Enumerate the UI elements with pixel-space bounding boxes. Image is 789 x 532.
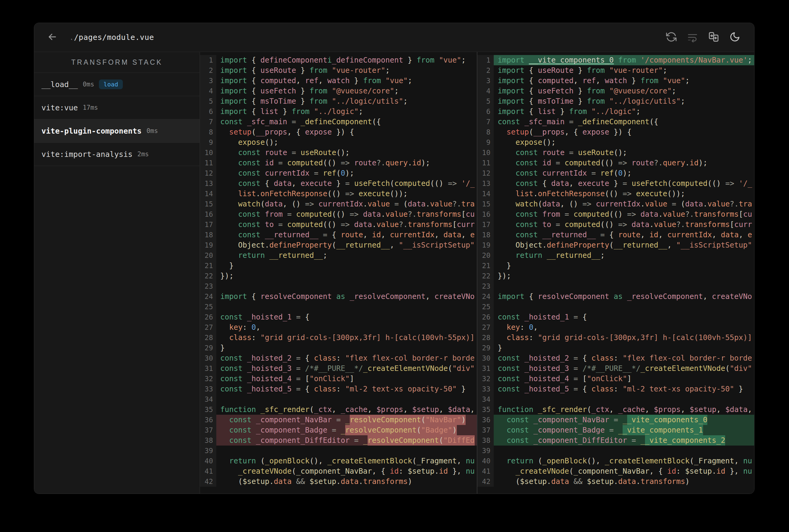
code-text: import { useRoute } from "vue-router"; <box>216 65 477 76</box>
line-number: 11 <box>477 158 494 168</box>
code-line: 31const _hoisted_3 = /*#__PURE__*/_creat… <box>477 363 754 374</box>
code-text: }); <box>494 271 754 281</box>
theme-toggle-button[interactable] <box>728 31 741 44</box>
code-text: const to = computed(() => data.value?.tr… <box>494 220 754 230</box>
split-diff-button[interactable] <box>707 31 720 44</box>
code-line: 23 <box>477 281 754 291</box>
code-line: 12 const currentIdx = ref(0); <box>200 168 477 178</box>
code-text: const { data, execute } = useFetch(compu… <box>494 178 754 189</box>
code-line: 18 const __returned__ = { route, id, cur… <box>477 230 754 240</box>
line-number: 13 <box>200 178 216 189</box>
code-text: const _hoisted_2 = { class: "flex flex-c… <box>494 353 754 363</box>
line-number: 38 <box>477 435 494 445</box>
load-hook-badge: load <box>99 79 123 89</box>
code-line: 3import { computed, ref, watch } from "v… <box>477 76 754 86</box>
refresh-button[interactable] <box>665 31 678 44</box>
code-line: 27 key: 0, <box>200 322 477 332</box>
code-panel-after[interactable]: 1import __vite_components_0 from '/compo… <box>477 52 754 494</box>
line-number: 27 <box>477 322 494 332</box>
line-number: 16 <box>200 209 216 220</box>
code-text: const { data, execute } = useFetch(compu… <box>216 178 477 189</box>
line-number: 40 <box>477 456 494 466</box>
code-line: 21 } <box>200 261 477 271</box>
transform-stack-title: TRANSFORM STACK <box>34 52 200 73</box>
code-text: class: "grid grid-cols-[300px,3fr] h-[ca… <box>216 332 477 343</box>
word-wrap-button[interactable] <box>686 31 699 44</box>
code-panel-before[interactable]: 1import { defineComponenti_defineCompone… <box>200 52 477 494</box>
code-text: expose(); <box>216 137 477 148</box>
code-text: _createVNode(_component_NavBar, { id: $s… <box>494 466 754 476</box>
code-line: 17 const to = computed(() => data.value?… <box>200 220 477 230</box>
plugin-time: 2ms <box>137 151 149 158</box>
code-text: import { msToTime } from "../logic/utils… <box>216 96 477 107</box>
line-number: 7 <box>477 117 494 127</box>
line-number: 32 <box>477 374 494 384</box>
code-line: 25 <box>200 302 477 312</box>
line-number: 34 <box>200 394 216 404</box>
code-text: Object.defineProperty(__returned__, "__i… <box>216 240 477 250</box>
word-wrap-icon <box>687 32 698 43</box>
code-text: function _sfc_render(_ctx, _cache, $prop… <box>216 404 477 415</box>
code-text: } <box>494 343 754 353</box>
code-line: 27 key: 0, <box>477 322 754 332</box>
line-number: 28 <box>477 332 494 343</box>
code-text: import { resolveComponent as _resolveCom… <box>494 291 754 302</box>
code-text <box>216 445 477 456</box>
line-number: 25 <box>477 302 494 312</box>
code-text: _createVNode(_component_NavBar, { id: $s… <box>216 466 477 476</box>
line-number: 15 <box>477 199 494 209</box>
header-actions <box>665 31 741 44</box>
line-number: 40 <box>200 456 216 466</box>
line-number: 16 <box>477 209 494 220</box>
plugin-name: vite-plugin-components <box>41 127 142 135</box>
line-number: 14 <box>477 189 494 199</box>
code-line: 4import { useFetch } from "@vueuse/core"… <box>200 86 477 96</box>
code-line: 14 list.onFetchResponse(() => execute())… <box>477 189 754 199</box>
code-text: const route = useRoute(); <box>494 148 754 158</box>
code-line: 40 return (_openBlock(), _createElementB… <box>200 456 477 466</box>
transform-stack-item-3[interactable]: vite:import-analysis2ms <box>34 143 200 166</box>
transform-stack-item-0[interactable]: __load__0msload <box>34 73 200 96</box>
line-number: 38 <box>200 435 216 445</box>
line-number: 6 <box>477 107 494 117</box>
code-text <box>216 302 477 312</box>
code-text: const __returned__ = { route, id, curren… <box>494 230 754 240</box>
transform-stack-item-2[interactable]: vite-plugin-components0ms <box>34 119 200 143</box>
line-number: 2 <box>200 65 216 76</box>
code-line: 41 _createVNode(_component_NavBar, { id:… <box>477 466 754 476</box>
moon-icon <box>729 32 740 43</box>
back-button[interactable] <box>46 31 59 44</box>
code-line: 38 const _component_DiffEditor = __vite_… <box>477 435 754 445</box>
code-line: 7const _sfc_main = _defineComponent({ <box>200 117 477 127</box>
code-line: 37 const _component_Badge = __vite_compo… <box>477 425 754 435</box>
code-lines: 1import { defineComponenti_defineCompone… <box>200 52 477 487</box>
code-text: const _hoisted_3 = /*#__PURE__*/_createE… <box>216 363 477 374</box>
line-number: 7 <box>200 117 216 127</box>
code-text: const _hoisted_2 = { class: "flex flex-c… <box>216 353 477 363</box>
line-number: 8 <box>200 127 216 137</box>
line-number: 37 <box>200 425 216 435</box>
code-text: import { useRoute } from "vue-router"; <box>494 65 754 76</box>
line-number: 26 <box>200 312 216 322</box>
code-text: } <box>216 261 477 271</box>
transform-stack-item-1[interactable]: vite:vue17ms <box>34 96 200 119</box>
line-number: 33 <box>477 384 494 394</box>
line-number: 12 <box>477 168 494 178</box>
code-line: 25 <box>477 302 754 312</box>
code-text-diff: const _component_NavBar = _resolveCompon… <box>216 415 477 425</box>
line-number: 17 <box>200 220 216 230</box>
line-number: 37 <box>477 425 494 435</box>
code-text: const _hoisted_5 = { class: "ml-2 text-x… <box>494 384 754 394</box>
code-line: 10 const route = useRoute(); <box>200 148 477 158</box>
line-number: 31 <box>200 363 216 374</box>
code-text: ($setup.data && $setup.data.transforms) <box>216 476 477 487</box>
code-line: 33const _hoisted_5 = { class: "ml-2 text… <box>477 384 754 394</box>
code-line: 23 <box>200 281 477 291</box>
code-line: 39 <box>200 445 477 456</box>
code-line: 42 ($setup.data && $setup.data.transform… <box>200 476 477 487</box>
line-number: 24 <box>477 291 494 302</box>
line-number: 41 <box>200 466 216 476</box>
line-number: 33 <box>200 384 216 394</box>
code-text: setup(__props, { expose }) { <box>494 127 754 137</box>
code-line: 14 list.onFetchResponse(() => execute())… <box>200 189 477 199</box>
